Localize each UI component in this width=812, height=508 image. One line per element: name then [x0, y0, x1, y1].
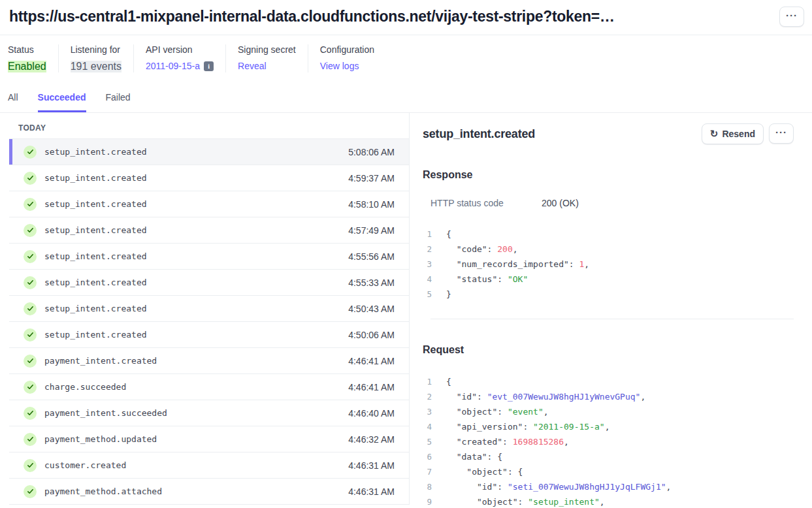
meta-value-listening-for: 191 events	[71, 61, 122, 72]
tab-all[interactable]: All	[8, 92, 18, 112]
ellipsis-icon: ···	[786, 10, 798, 20]
code-id-link[interactable]: "evt_007WewuJW8hgHJ1yWnevGPuq"	[487, 392, 641, 402]
event-time: 4:58:10 AM	[348, 199, 395, 210]
event-row[interactable]: setup_intent.created 4:59:37 AM	[9, 165, 409, 191]
meta-value-api-version[interactable]: 2011-09-15-a	[146, 61, 200, 71]
endpoint-meta-row: Status Enabled Listening for 191 events …	[0, 35, 812, 83]
meta-value-status: Enabled	[8, 61, 46, 72]
event-time: 5:08:06 AM	[348, 147, 395, 157]
event-row[interactable]: setup_intent.created 4:50:43 AM	[9, 296, 409, 322]
line-number: 4	[423, 419, 432, 434]
code-id-link[interactable]: "seti_007WewuJW8hgHJ1yJqLFWGj1"	[508, 482, 666, 492]
event-name: charge.succeeded	[44, 382, 348, 392]
meta-label: API version	[146, 44, 214, 55]
detail-overflow-button[interactable]: ···	[769, 123, 794, 144]
code-token: "2011-09-15-a"	[533, 422, 605, 432]
event-name: customer.created	[44, 460, 348, 470]
line-number: 3	[423, 257, 432, 272]
check-success-icon	[24, 302, 37, 315]
line-number: 9	[423, 494, 432, 508]
http-status-label: HTTP status code	[430, 198, 542, 208]
event-name: setup_intent.created	[44, 304, 348, 313]
line-number: 3	[423, 404, 432, 419]
event-row[interactable]: payment_intent.succeeded 4:46:40 AM	[9, 400, 409, 426]
event-row[interactable]: payment_method.attached 4:46:31 AM	[9, 479, 409, 505]
code-token: {	[446, 229, 451, 239]
meta-item: Signing secret Reveal	[225, 44, 308, 72]
meta-label: Configuration	[320, 44, 374, 55]
code-line: 3 "object": "event",	[423, 404, 794, 419]
response-code-block: 1{2 "code": 200,3 "num_records_imported"…	[423, 227, 794, 302]
event-list: TODAY setup_intent.created 5:08:06 AM se…	[0, 113, 410, 505]
code-token: "OK"	[508, 274, 528, 284]
header-overflow-button[interactable]: ···	[779, 7, 804, 27]
line-number: 6	[423, 449, 432, 464]
line-number: 7	[423, 464, 432, 479]
check-success-icon	[24, 276, 37, 289]
ellipsis-icon: ···	[775, 127, 787, 137]
event-name: setup_intent.created	[44, 251, 348, 261]
event-name: payment_method.updated	[44, 434, 348, 444]
event-filter-tabs: AllSucceededFailed	[0, 83, 812, 113]
event-time: 4:46:41 AM	[348, 356, 395, 366]
line-number: 5	[423, 434, 432, 449]
response-section-heading: Response	[423, 169, 794, 181]
code-line: 1{	[423, 227, 794, 242]
code-line: 5 "created": 1698815286,	[423, 434, 794, 449]
event-row[interactable]: charge.succeeded 4:46:41 AM	[9, 374, 409, 400]
event-group-header: TODAY	[9, 118, 409, 139]
event-row[interactable]: setup_intent.created 4:55:33 AM	[9, 270, 409, 296]
code-token: 1698815286	[513, 437, 564, 447]
code-token: "setup_intent"	[528, 497, 600, 507]
line-number: 5	[423, 287, 432, 302]
event-row[interactable]: payment_method.updated 4:46:32 AM	[9, 426, 409, 452]
code-token: "object":	[446, 407, 508, 417]
resend-button[interactable]: ↻ Resend	[702, 123, 764, 144]
code-token: "object": {	[446, 467, 523, 477]
event-row[interactable]: payment_intent.created 4:46:41 AM	[9, 348, 409, 374]
meta-item: Listening for 191 events	[58, 44, 133, 72]
meta-value-signing-secret[interactable]: Reveal	[238, 61, 267, 71]
code-token: 200	[497, 244, 512, 254]
event-row[interactable]: setup_intent.created 4:58:10 AM	[9, 191, 409, 217]
http-status-row: HTTP status code 200 (OK)	[423, 198, 794, 208]
resend-button-label: Resend	[722, 129, 755, 139]
event-time: 4:46:31 AM	[348, 486, 395, 497]
event-row[interactable]: setup_intent.created 4:55:56 AM	[9, 244, 409, 270]
code-token: ,	[605, 422, 610, 432]
request-section-heading: Request	[423, 344, 794, 356]
code-line: 3 "num_records_imported": 1,	[423, 257, 794, 272]
code-token: "api_version":	[446, 422, 533, 432]
code-token: ,	[564, 437, 569, 447]
code-token: "object":	[446, 497, 528, 507]
event-time: 4:50:43 AM	[348, 304, 395, 314]
tab-failed[interactable]: Failed	[106, 92, 131, 112]
resend-icon: ↻	[710, 129, 719, 138]
code-token: ,	[544, 407, 549, 417]
event-time: 4:55:56 AM	[348, 251, 395, 262]
check-success-icon	[24, 172, 37, 185]
section-divider	[430, 319, 794, 319]
info-icon[interactable]: i	[204, 61, 214, 71]
event-row[interactable]: setup_intent.created 4:50:06 AM	[9, 322, 409, 348]
code-line: 6 "data": {	[423, 449, 794, 464]
event-row[interactable]: setup_intent.created 4:57:49 AM	[9, 217, 409, 244]
check-success-icon	[24, 407, 37, 420]
code-token: "id":	[446, 482, 508, 492]
check-success-icon	[24, 433, 37, 446]
check-success-icon	[24, 328, 37, 341]
code-line: 5}	[423, 287, 794, 302]
event-name: setup_intent.created	[44, 278, 348, 287]
meta-value-configuration[interactable]: View logs	[320, 61, 359, 71]
code-token: ,	[600, 497, 605, 507]
tab-succeeded[interactable]: Succeeded	[38, 92, 86, 112]
event-name: payment_intent.created	[44, 356, 348, 366]
code-line: 9 "object": "setup_intent",	[423, 494, 794, 508]
event-row[interactable]: setup_intent.created 5:08:06 AM	[9, 139, 409, 165]
event-row[interactable]: customer.created 4:46:31 AM	[9, 452, 409, 479]
code-line: 8 "id": "seti_007WewuJW8hgHJ1yJqLFWGj1",	[423, 479, 794, 494]
line-number: 2	[423, 389, 432, 404]
code-token: }	[446, 289, 451, 299]
code-token: ,	[584, 259, 589, 269]
event-name: payment_method.attached	[44, 486, 348, 496]
